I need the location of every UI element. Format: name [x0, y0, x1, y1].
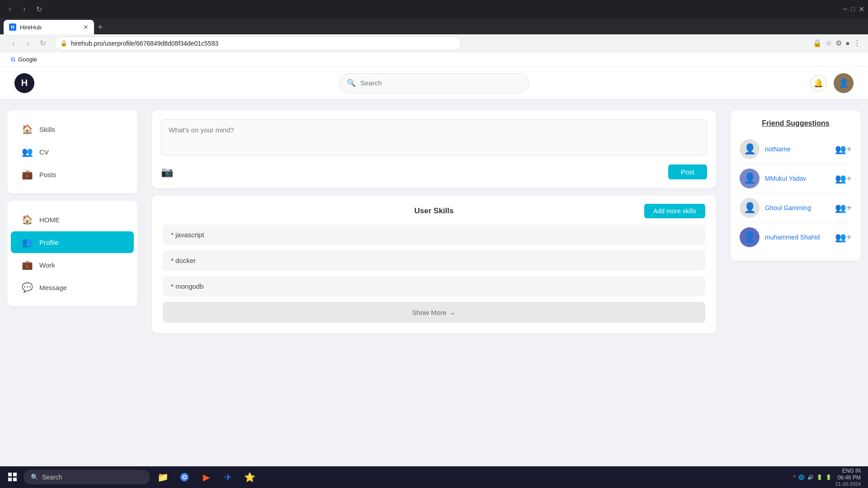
app4-icon: ✈ [224, 472, 232, 483]
skills-title: User Skills [415, 206, 454, 216]
sidebar-item-message[interactable]: 💬 Message [11, 277, 134, 298]
tray-chevron[interactable]: ^ [793, 474, 796, 480]
reload-button[interactable]: ↻ [33, 3, 45, 15]
taskbar-app4[interactable]: ✈ [219, 468, 237, 486]
addr-forward-button[interactable]: › [22, 37, 34, 50]
tab-close-button[interactable]: ✕ [83, 23, 89, 31]
sidebar-cv-label: CV [39, 148, 49, 156]
sidebar-item-posts[interactable]: 💼 Posts [11, 164, 134, 185]
sidebar-item-cv[interactable]: 👥 CV [11, 141, 134, 163]
bookmark-bar: G Google [0, 52, 868, 67]
home-icon: 🏠 [22, 214, 33, 225]
app-logo[interactable]: H [14, 73, 34, 93]
taskbar-app3[interactable]: ▶ [197, 468, 215, 486]
password-icon[interactable]: 🔒 [813, 39, 822, 47]
skill-name-mongodb: * mongodb [171, 282, 204, 290]
show-more-button[interactable]: Show More ⌄ [163, 302, 705, 323]
friend-add-ghoul[interactable]: 👥+ [835, 202, 852, 213]
search-input[interactable] [360, 79, 521, 87]
taskbar-clock[interactable]: ENG IN 06:46 PM 21-10-2024 [835, 468, 861, 487]
sidebar-work-label: Work [39, 261, 55, 269]
sidebar-item-skills[interactable]: 🏠 Skills [11, 118, 134, 140]
profile-circle-icon[interactable]: ● [845, 39, 850, 47]
sidebar-item-work[interactable]: 💼 Work [11, 254, 134, 276]
extensions-icon[interactable]: ⚙ [835, 39, 842, 47]
friend-name-mmukul[interactable]: MMukul Yadav [765, 175, 830, 182]
default-user-icon-mmukul: 👤 [744, 173, 756, 184]
minimize-button[interactable]: − [843, 5, 848, 14]
tab-title: HireHub [20, 24, 42, 31]
post-textarea[interactable] [161, 119, 707, 155]
sidebar-item-home[interactable]: 🏠 HOME [11, 209, 134, 230]
taskbar-search-icon: 🔍 [31, 474, 38, 481]
bell-icon: 🔔 [813, 78, 823, 88]
left-sidebar: 🏠 Skills 👥 CV 💼 Posts 🏠 HOME 👥 Profile [0, 99, 145, 488]
skill-item-docker: * docker [163, 250, 705, 271]
tray-icon1: 🌐 [798, 474, 805, 480]
default-user-icon-ghoul: 👤 [744, 202, 756, 214]
skill-item-mongodb: * mongodb [163, 276, 705, 296]
active-tab[interactable]: H HireHub ✕ [4, 20, 94, 34]
taskbar: 🔍 Search 📁 ▶ ✈ ⭐ ^ 🌐 🔊 🔋 🔋 ENG IN 06:46 … [0, 466, 868, 488]
post-submit-button[interactable]: Post [668, 164, 707, 179]
main-content: 📷 Post User Skills Add more skills * jav… [145, 99, 723, 488]
sidebar-profile-label: Profile [39, 239, 59, 246]
bookmark-google-label: Google [18, 56, 37, 63]
search-icon: 🔍 [347, 79, 356, 87]
default-user-icon: 👤 [744, 143, 756, 155]
close-button[interactable]: ✕ [859, 5, 864, 14]
back-button[interactable]: ‹ [4, 3, 16, 15]
message-icon: 💬 [22, 282, 33, 293]
friend-name-ghoul[interactable]: Ghoul Gamming [765, 204, 830, 211]
skill-name-docker: * docker [171, 257, 196, 264]
maximize-button[interactable]: □ [851, 5, 855, 13]
more-icon[interactable]: ⋮ [854, 39, 861, 47]
skills-header: User Skills Add more skills [163, 206, 705, 216]
browser-titlebar: ‹ › ↻ − □ ✕ [0, 0, 868, 18]
friend-item-mmukul: 👤 MMukul Yadav 👥+ [740, 164, 852, 193]
system-tray: ^ 🌐 🔊 🔋 🔋 [793, 474, 832, 480]
sidebar-home-label: HOME [39, 216, 60, 224]
friend-add-mmukul[interactable]: 👥+ [835, 173, 852, 184]
user-avatar[interactable]: 👤 [834, 73, 854, 93]
taskbar-search-box[interactable]: 🔍 Search [24, 470, 150, 484]
friend-add-notname[interactable]: 👥+ [835, 144, 852, 155]
taskbar-chrome[interactable] [175, 468, 193, 486]
start-button[interactable] [4, 468, 22, 486]
taskbar-app5[interactable]: ⭐ [241, 468, 259, 486]
bookmark-google[interactable]: G Google [7, 54, 41, 65]
add-skills-button[interactable]: Add more skills [644, 204, 705, 218]
forward-button[interactable]: › [18, 3, 31, 15]
skill-name-javascript: * javascript [171, 231, 204, 239]
addr-reload-button[interactable]: ↻ [36, 37, 49, 50]
post-image-button[interactable]: 📷 [161, 166, 173, 178]
chevron-down-icon: ⌄ [450, 308, 456, 316]
url-box[interactable]: 🔒 hirehub.pro/userprofile/6676849d8d08f3… [54, 37, 461, 50]
app5-icon: ⭐ [244, 472, 255, 483]
header-right: 🔔 👤 [810, 73, 854, 93]
taskbar-file-explorer[interactable]: 📁 [154, 468, 172, 486]
sidebar-item-profile[interactable]: 👥 Profile [11, 231, 134, 253]
new-tab-button[interactable]: + [94, 22, 107, 33]
lang-label: ENG IN [842, 468, 861, 474]
lock-icon: 🔒 [60, 40, 67, 47]
main-layout: 🏠 Skills 👥 CV 💼 Posts 🏠 HOME 👥 Profile [0, 99, 868, 488]
friend-name-notname[interactable]: notName [765, 145, 830, 153]
notification-bell-button[interactable]: 🔔 [810, 75, 826, 91]
work-icon: 💼 [22, 259, 33, 270]
search-container: 🔍 [339, 73, 529, 93]
friend-name-muhammed[interactable]: muhammed Shahid [765, 234, 830, 241]
sidebar-skills-label: Skills [39, 126, 55, 133]
friend-item-muhammed: 👤 muhammed Shahid 👥+ [740, 223, 852, 252]
date-label: 21-10-2024 [835, 481, 861, 487]
search-box[interactable]: 🔍 [339, 73, 529, 93]
url-text: hirehub.pro/userprofile/6676849d8d08f34d… [71, 40, 218, 47]
app3-icon: ▶ [203, 472, 210, 483]
friend-add-muhammed[interactable]: 👥+ [835, 232, 852, 243]
show-more-label: Show More [412, 309, 447, 316]
bookmark-icon[interactable]: ☆ [826, 39, 832, 47]
addr-back-button[interactable]: ‹ [7, 37, 20, 50]
svg-point-2 [183, 476, 186, 479]
cv-icon: 👥 [22, 146, 33, 157]
friend-avatar-ghoul: 👤 [740, 198, 760, 218]
